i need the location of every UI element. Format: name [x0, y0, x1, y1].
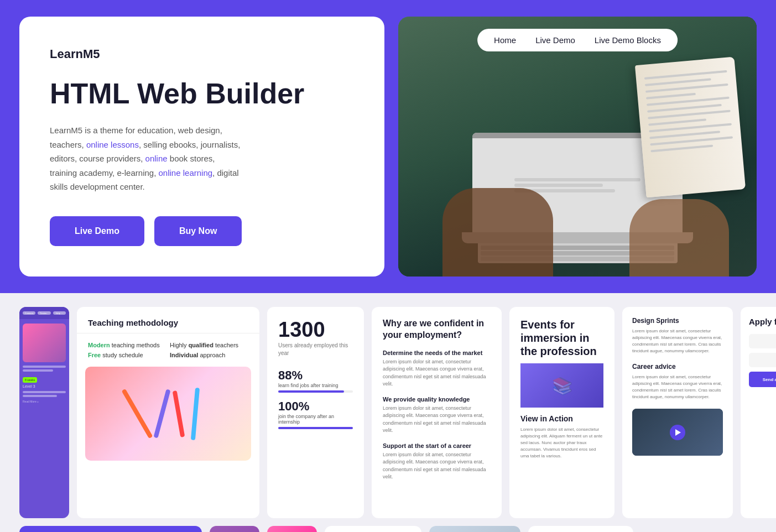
design-image [632, 409, 723, 456]
hero-description: LearnM5 is a theme for education, web de… [50, 123, 354, 194]
nav-live-demo-blocks[interactable]: Live Demo Blocks [595, 35, 661, 45]
stat-100: 100% join the company after an internshi… [278, 399, 353, 429]
hero-image-card: Home Live Demo Live Demo Blocks [398, 17, 757, 277]
play-triangle-icon [675, 429, 681, 436]
stat-100-desc: join the company after an internship [278, 414, 353, 425]
badge-weeks: 8 weeks [23, 377, 37, 383]
live-demo-button[interactable]: Live Demo [50, 216, 144, 246]
stat-100-value: 100% [278, 399, 353, 414]
book-lines [635, 57, 743, 166]
nav-testimonials[interactable]: Testim... [38, 311, 50, 315]
design-image-bg [632, 409, 723, 456]
apply-card: Apply for study Send an application [741, 307, 776, 518]
purple-text-4 [23, 395, 57, 397]
book-visual [635, 57, 746, 198]
stat-88-bar [278, 390, 353, 393]
buy-now-button[interactable]: Buy Now [154, 216, 242, 246]
purple-text-1 [23, 366, 66, 368]
stat-100-bar [278, 427, 353, 429]
teaching-card: Teaching methodology Modern teaching met… [77, 307, 259, 518]
feature-qualified: Highly qualified teachers [170, 342, 248, 348]
purple-text-3 [23, 391, 66, 393]
feature-individual: Individual approach [170, 352, 248, 358]
view-in-action-title[interactable]: View in Action [520, 414, 603, 423]
why-item-3: Support at the start of a career Lorem i… [383, 442, 491, 481]
stat-100-fill [278, 427, 353, 429]
pink-image [267, 526, 317, 532]
teaching-header: Teaching methodology [77, 307, 259, 333]
events-image-bg: 📚 [520, 363, 603, 408]
purple-nav: Contacts Testim... Help → [19, 307, 69, 319]
teaching-features: Modern teaching methods Highly qualified… [77, 333, 259, 367]
why-item-1-title: Determine the needs of the market [383, 350, 491, 356]
preview-grid: Contacts Testim... Help → 8 weeks Level … [19, 307, 757, 518]
programs-card: Our programs and Standard from 155$ / le… [528, 526, 633, 532]
small-image-2 [267, 526, 317, 532]
stat-88-value: 88% [278, 368, 353, 383]
knowledge-card: Knowledge is the best gift! Lorem ipsum … [325, 526, 421, 532]
why-title: Why are we confident in your employment? [383, 318, 491, 341]
hero-card: LearnM5 HTML Web Builder LearnM5 is a th… [19, 17, 384, 277]
read-more-small[interactable]: Read More » [23, 400, 66, 403]
teaching-image [85, 367, 251, 461]
design-card: Design Sprints Lorem ipsum dolor sit ame… [622, 307, 733, 518]
stats-subtitle: Users already employed this year [278, 342, 353, 357]
feature-modern: Modern teaching methods [88, 342, 166, 348]
purple-ui-card: Contacts Testim... Help → 8 weeks Level … [19, 307, 69, 518]
why-item-2: We provide quality knowledge Lorem ipsum… [383, 396, 491, 435]
stats-card: 1300 Users already employed this year 88… [267, 307, 364, 518]
view-in-action-desc: Lorem ipsum dolor sit amet, consectetur … [520, 426, 603, 460]
pencil-3 [173, 390, 185, 437]
events-card: Events for immersion in the profession 📚… [509, 307, 614, 518]
pencil-1 [122, 389, 153, 439]
why-item-1-text: Lorem ipsum dolor sit amet, consectetur … [383, 358, 491, 388]
why-item-2-text: Lorem ipsum dolor sit amet, consectetur … [383, 405, 491, 435]
purple-image-mock [23, 324, 66, 362]
pencil-4 [191, 387, 200, 440]
events-title: Events for immersion in the profession [520, 318, 603, 358]
purple-content: 8 weeks Level 3 Read More » [19, 319, 69, 518]
nav-home[interactable]: Home [494, 35, 516, 45]
stats-number: 1300 [278, 318, 353, 342]
logo: LearnM5 [50, 47, 354, 61]
small-image-1 [210, 526, 259, 532]
hero-image-background [398, 17, 757, 277]
level-label: Level 3 [23, 384, 66, 388]
why-item-2-title: We provide quality knowledge [383, 396, 491, 403]
why-item-1: Determine the needs of the market Lorem … [383, 350, 491, 388]
hero-title: HTML Web Builder [50, 78, 354, 109]
purple-image [210, 526, 259, 532]
hero-buttons: Live Demo Buy Now [50, 216, 354, 246]
bottom-preview-section: Contacts Testim... Help → 8 weeks Level … [0, 293, 776, 532]
navigation-bar: Home Live Demo Live Demo Blocks [477, 29, 678, 51]
career-advice-text: Lorem ipsum dolor sit amet, consectetur … [632, 374, 723, 400]
apply-title: Apply for study [749, 317, 776, 326]
career-advice-title: Career advice [632, 363, 723, 371]
second-row: Learn on a comfortable online platform. … [19, 526, 757, 532]
design-sprints-text: Lorem ipsum dolor sit amet, consectetur … [632, 328, 723, 354]
platform-card: Learn on a comfortable online platform. … [19, 526, 202, 532]
apply-phone-input[interactable] [749, 353, 776, 367]
why-item-3-title: Support at the start of a career [383, 442, 491, 449]
nav-help[interactable]: Help → [53, 311, 66, 315]
pencil-2 [153, 389, 170, 438]
arm-right [629, 199, 729, 277]
stat-88-desc: learn find jobs after training [278, 383, 353, 388]
stat-88-fill [278, 390, 344, 393]
why-item-3-text: Lorem ipsum dolor sit amet, consectetur … [383, 451, 491, 481]
play-button[interactable] [670, 425, 685, 440]
why-card: Why are we confident in your employment?… [372, 307, 502, 518]
apply-submit-button[interactable]: Send an application [749, 372, 776, 387]
top-section: LearnM5 HTML Web Builder LearnM5 is a th… [0, 0, 776, 293]
stat-88: 88% learn find jobs after training [278, 368, 353, 393]
purple-text-2 [23, 369, 53, 372]
design-sprints-title: Design Sprints [632, 317, 723, 325]
laptop-image-card [429, 526, 520, 532]
laptop-image-background [429, 526, 520, 532]
events-image: 📚 [520, 363, 603, 408]
apply-name-input[interactable] [749, 334, 776, 348]
feature-free: Free study schedule [88, 352, 166, 358]
nav-live-demo[interactable]: Live Demo [535, 35, 575, 45]
nav-contacts[interactable]: Contacts [23, 311, 35, 315]
arm-left [442, 188, 553, 277]
